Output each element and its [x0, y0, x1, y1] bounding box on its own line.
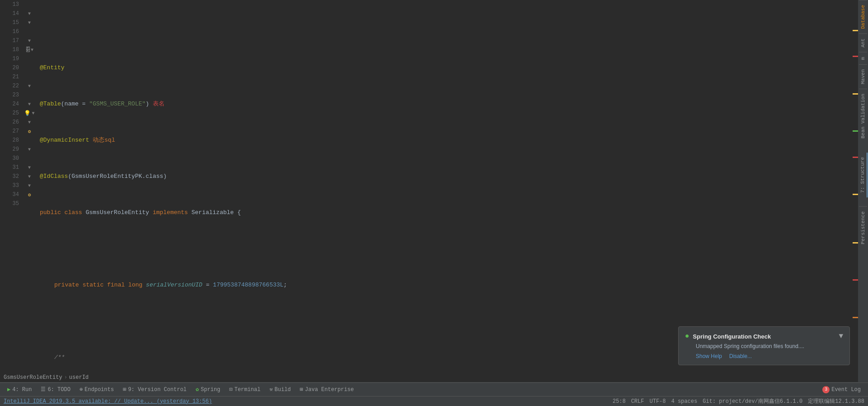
gutter-33[interactable]: ▼	[23, 181, 36, 190]
version-control-button[interactable]: ⊞ 9: Version Control	[119, 385, 190, 394]
gutter-34: ⚙	[23, 190, 36, 199]
gutter-27: ⚙	[23, 127, 36, 136]
todo-label: 6: TODO	[47, 387, 70, 393]
breadcrumb-member[interactable]: userId	[69, 374, 89, 381]
scroll-marker	[853, 130, 858, 132]
code-line-13	[40, 27, 853, 36]
notification-body: Unmapped Spring configuration files foun…	[696, 343, 843, 349]
code-token: /**	[54, 353, 65, 362]
todo-button[interactable]: ☰ 6: TODO	[37, 385, 74, 394]
event-log-label: Event Log	[831, 387, 861, 393]
code-token: 动态sql	[93, 136, 115, 145]
right-tab-database[interactable]: Database	[859, 0, 867, 33]
encoding[interactable]: UTF-8	[650, 398, 666, 405]
line-num-25: 25	[5, 109, 19, 118]
code-token: implements	[153, 208, 192, 217]
bulb-icon-25[interactable]: 💡	[24, 110, 31, 117]
code-token: 表名	[153, 100, 165, 109]
line-num-35: 35	[5, 199, 19, 208]
terminal-button[interactable]: ⊡ Terminal	[226, 385, 264, 394]
gutter-22[interactable]: ▼	[23, 81, 36, 91]
je-icon: ⊞	[300, 386, 303, 393]
scroll-marker	[853, 242, 858, 244]
right-tab-maven-label[interactable]: Maven	[859, 64, 867, 89]
right-tab-structure-area: 7: Structure	[859, 143, 868, 206]
line-numbers: 13 14 15 16 17 18 19 20 21 22 23 24 25 2…	[0, 0, 23, 373]
line-num-28: 28	[5, 136, 19, 145]
right-tab-bean-validation[interactable]: Bean Validation	[859, 89, 867, 143]
code-line-16: @DynamicInsert 动态sql	[40, 136, 853, 145]
code-token: @IdClass	[40, 172, 68, 181]
right-tab-ant[interactable]: Ant	[859, 33, 867, 52]
gutter-25[interactable]: 💡 ▼	[23, 109, 36, 118]
right-tab-persistence[interactable]: Persistence	[859, 206, 867, 249]
line-num-20: 20	[5, 63, 19, 72]
gutter-29[interactable]: ▼	[23, 145, 36, 154]
disable-link[interactable]: Disable...	[729, 353, 752, 359]
vc-label: 9: Version Control	[128, 387, 187, 393]
spring-button[interactable]: ✿ Spring	[192, 385, 224, 394]
build-icon: ⚒	[269, 386, 273, 393]
gutter-24[interactable]: ▼	[23, 100, 36, 109]
code-token: =	[203, 281, 213, 290]
event-log-button[interactable]: 3 Event Log	[819, 385, 864, 395]
code-token: public class	[40, 208, 85, 217]
right-tab-maven[interactable]: m	[859, 52, 867, 65]
cursor-position: 25:8	[613, 398, 626, 405]
code-token: ;	[283, 281, 287, 290]
code-token: 1799538748898766533L	[213, 281, 283, 290]
line-num-33: 33	[5, 181, 19, 190]
code-token: (GsmsUserRoleEntityPK.class)	[68, 172, 166, 181]
code-token: GsmsUserRoleEntity	[85, 208, 152, 217]
code-line-15: @Table(name = "GSMS_USER_ROLE") 表名	[40, 100, 853, 109]
scroll-markers	[853, 0, 858, 373]
right-tab-structure[interactable]: 7: Structure	[859, 153, 868, 197]
spring-label: Spring	[201, 387, 220, 393]
code-editor[interactable]: @Entity @Table(name = "GSMS_USER_ROLE") …	[36, 0, 853, 373]
endpoints-button[interactable]: ⊕ Endpoints	[76, 385, 118, 394]
gutter-14[interactable]: ▼	[23, 9, 36, 18]
build-button[interactable]: ⚒ Build	[266, 385, 294, 394]
je-label: Java Enterprise	[305, 387, 354, 393]
gutter-21	[23, 72, 36, 81]
breadcrumb-class[interactable]: GsmsUserRoleEntity	[4, 374, 62, 381]
gutter-31[interactable]: ▼	[23, 163, 36, 172]
line-num-22: 22	[5, 81, 19, 91]
line-ending[interactable]: CRLF	[631, 398, 644, 405]
run-icon: ▶	[7, 386, 10, 393]
gutter-32[interactable]: ▼	[23, 172, 36, 181]
code-line-18: public class GsmsUserRoleEntity implemen…	[40, 208, 853, 217]
java-enterprise-button[interactable]: ⊞ Java Enterprise	[296, 385, 357, 394]
code-token: @Entity	[40, 63, 65, 72]
run-label: 4: Run	[12, 387, 32, 393]
event-log-badge: 3	[822, 386, 830, 393]
breadcrumb-separator: ›	[64, 374, 67, 381]
todo-icon: ☰	[41, 386, 46, 393]
notification-close-button[interactable]: ▼	[839, 332, 843, 340]
gutter-15[interactable]: ▼	[23, 18, 36, 27]
scroll-marker	[853, 194, 858, 195]
show-help-link[interactable]: Show Help	[696, 353, 722, 359]
line-num-29: 29	[5, 145, 19, 154]
code-token: Serializable {	[191, 208, 241, 217]
endpoints-label: Endpoints	[85, 387, 114, 393]
code-token: "GSMS_USER_ROLE"	[89, 100, 146, 109]
indent[interactable]: 4 spaces	[671, 398, 698, 405]
spring-check-icon: ●	[685, 332, 689, 340]
status-update-text[interactable]: IntelliJ IDEA 2019.3.5 available: // Upd…	[4, 398, 212, 405]
code-line-21	[40, 317, 853, 326]
warning-icon-34: ⚙	[28, 192, 31, 198]
gutter-17[interactable]: ▼	[23, 36, 36, 45]
build-label: Build	[274, 387, 291, 393]
gutter-18[interactable]: 🗄 ▼	[23, 45, 36, 54]
run-button[interactable]: ▶ 4: Run	[4, 385, 35, 394]
line-num-17: 17	[5, 36, 19, 45]
line-num-16: 16	[5, 27, 19, 36]
line-num-19: 19	[5, 54, 19, 63]
gutter-26[interactable]: ▼	[23, 118, 36, 127]
endpoints-icon: ⊕	[80, 386, 83, 393]
extra-status: 定理联编辑12.1.3.88	[808, 397, 864, 405]
git-branch[interactable]: Git: project/dev/南网鑫信6.1.1.0	[703, 397, 802, 405]
notification-actions: Show Help Disable...	[696, 353, 843, 359]
bottom-toolbar: ▶ 4: Run ☰ 6: TODO ⊕ Endpoints ⊞ 9: Vers…	[0, 382, 868, 396]
